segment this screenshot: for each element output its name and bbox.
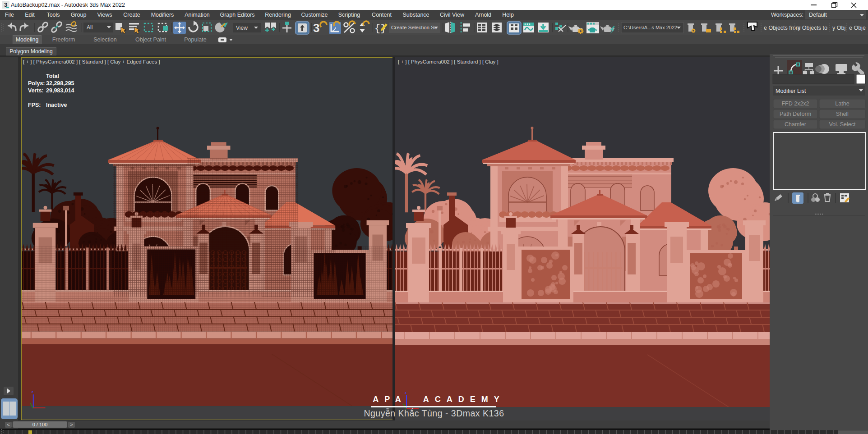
svg-text:FFD 2x2x2: FFD 2x2x2 <box>781 101 809 107</box>
svg-text:e Obje: e Obje <box>849 25 866 31</box>
svg-text:Path Deform: Path Deform <box>780 111 811 117</box>
svg-text:Shell: Shell <box>836 111 849 117</box>
svg-text:{: { <box>374 23 380 34</box>
svg-text:z: z <box>405 391 406 395</box>
svg-text:3: 3 <box>313 21 319 35</box>
svg-text:View: View <box>236 25 248 31</box>
svg-text:Modifier List: Modifier List <box>776 88 806 94</box>
svg-text:All: All <box>87 24 92 31</box>
svg-text:Lathe: Lathe <box>835 101 849 107</box>
svg-text:Create Selection Se: Create Selection Se <box>391 25 437 30</box>
svg-text:Chamfer: Chamfer <box>785 121 806 128</box>
svg-text:y Objects to: y Objects to <box>798 25 827 31</box>
svg-text:C:\Users\A...s Max 2022: C:\Users\A...s Max 2022 <box>623 25 677 30</box>
svg-text:z: z <box>32 390 33 394</box>
svg-text:Vol. Select: Vol. Select <box>829 121 856 128</box>
svg-text:y Obj: y Obj <box>832 25 845 31</box>
